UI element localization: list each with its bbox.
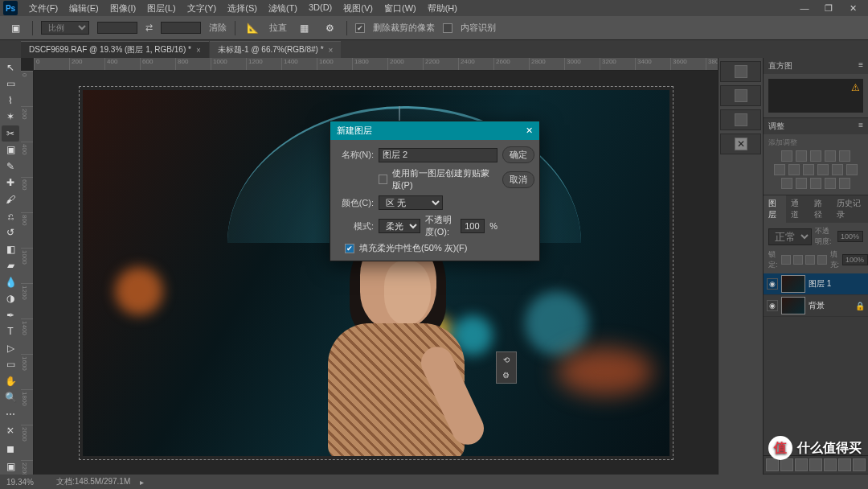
adj-invert-icon[interactable] [781,178,792,189]
lock-position-icon[interactable] [793,255,803,265]
crop-width-input[interactable] [97,22,137,34]
mode-select[interactable]: 柔光 [379,219,420,233]
clear-button[interactable]: 清除 [209,22,227,34]
adj-vibrance-icon[interactable] [839,150,850,162]
dodge-tool-icon[interactable]: ◑ [2,290,19,306]
brush-tool-icon[interactable]: 🖌 [2,191,19,208]
quick-select-tool-icon[interactable]: ✶ [2,109,19,125]
menu-item[interactable]: 帮助(H) [423,1,462,16]
hand-tool-icon[interactable]: ✋ [2,373,19,389]
crop-overlay-toolbar[interactable]: ⟲⚙ [496,351,517,384]
adj-exposure-icon[interactable] [825,150,836,162]
pen-tool-icon[interactable]: ✒ [2,307,19,323]
zoom-tool-icon[interactable]: 🔍 [2,390,19,406]
menu-item[interactable]: 窗口(W) [379,1,421,16]
menu-item[interactable]: 图层(L) [142,1,180,16]
tab-close-icon[interactable]: × [329,46,334,55]
adj-photo-filter-icon[interactable] [817,164,829,175]
blend-mode-select[interactable]: 正常 [768,228,812,245]
dialog-close-icon[interactable]: ✕ [526,125,533,136]
crop-height-input[interactable] [161,22,201,34]
clip-mask-checkbox[interactable] [379,175,387,184]
foreground-background-swatch[interactable]: ◼ [2,439,19,458]
dialog-titlebar[interactable]: 新建图层 ✕ [330,121,539,140]
lock-artboard-icon[interactable] [805,255,815,265]
crop-options-icon[interactable]: ⚙ [502,371,510,380]
path-tool-icon[interactable]: ▷ [2,340,19,356]
layer-row[interactable]: ◉ 背景 🔒 [764,295,868,317]
swap-colors-icon[interactable]: ⤪ [2,423,19,439]
swatches-panel-icon[interactable] [720,85,761,106]
menu-item[interactable]: 文字(Y) [182,1,222,16]
menu-item[interactable]: 滤镜(T) [264,1,302,16]
ratio-select[interactable]: 比例 [41,21,89,35]
adj-mixer-icon[interactable] [832,164,843,175]
fill-neutral-checkbox[interactable]: ✔ [345,244,354,253]
lasso-tool-icon[interactable]: ⌇ [2,92,19,109]
move-tool-icon[interactable]: ↖ [2,60,19,76]
panel-tab[interactable]: 通道 [786,195,809,223]
status-arrow-icon[interactable]: ▸ [140,478,144,487]
opacity-value[interactable]: 100% [837,231,863,242]
menu-item[interactable]: 图像(I) [105,1,141,16]
screen-mode-icon[interactable]: ▣ [2,459,19,475]
crop-tool-preset-icon[interactable]: ▣ [6,20,24,36]
delete-pixels-checkbox[interactable]: ✔ [355,23,365,33]
panel-tab[interactable]: 路径 [809,195,832,223]
menu-item[interactable]: 编辑(E) [64,1,104,16]
eyedropper-tool-icon[interactable]: ✎ [2,158,19,175]
document-tab[interactable]: 未标题-1 @ 66.7%(RGB/8#) *× [210,41,342,58]
cancel-button[interactable]: 取消 [502,171,534,188]
type-tool-icon[interactable]: T [2,324,19,340]
adj-lookup-icon[interactable] [846,164,858,175]
new-fill-icon[interactable] [809,458,822,471]
fill-value[interactable]: 100% [842,254,868,265]
shape-tool-icon[interactable]: ▭ [2,357,19,373]
adj-gradient-icon[interactable] [825,178,836,189]
close-button[interactable]: ✕ [841,2,865,15]
document-tab[interactable]: DSCF9699.RAF @ 19.3% (图层 1, RGB/16) *× [21,41,209,58]
panel-menu-icon[interactable]: ≡ [858,121,863,132]
menu-item[interactable]: 3D(D) [304,1,337,16]
panel-menu-icon[interactable]: ≡ [858,60,863,72]
panel-tab[interactable]: 图层 [764,195,786,223]
crop-reset-icon[interactable]: ⟲ [503,355,510,364]
frame-tool-icon[interactable]: ▣ [2,142,19,158]
content-aware-checkbox[interactable] [443,23,452,33]
crop-tool-icon[interactable]: ✂ [2,125,19,142]
lock-all-icon[interactable] [817,255,827,265]
swap-icon[interactable]: ⇄ [145,23,153,33]
lock-pixels-icon[interactable] [781,255,791,265]
adj-brightness-icon[interactable] [781,150,792,162]
adj-selective-icon[interactable] [839,178,850,189]
blur-tool-icon[interactable]: 💧 [2,274,19,290]
new-layer-icon[interactable] [838,458,851,471]
link-layers-icon[interactable] [766,458,779,471]
adj-hue-icon[interactable] [774,164,785,175]
opacity-input[interactable] [461,219,485,233]
healing-tool-icon[interactable]: ✚ [2,175,19,191]
ok-button[interactable]: 确定 [502,146,534,163]
adj-balance-icon[interactable] [788,164,800,175]
layer-name-input[interactable] [379,148,497,162]
layer-row[interactable]: ◉ 图层 1 [764,273,868,295]
overlay-icon[interactable]: ▦ [295,20,313,36]
more-tools-icon[interactable]: ⋯ [2,406,19,422]
maximize-button[interactable]: ❐ [817,2,841,15]
color-select[interactable]: 区 无 [379,195,443,210]
color-panel-icon[interactable] [720,61,761,82]
layer-fx-icon[interactable] [780,458,793,471]
settings-icon[interactable]: ⚙ [321,20,338,36]
adj-posterize-icon[interactable] [796,178,807,189]
layer-mask-icon[interactable] [795,458,808,471]
layer-thumbnail[interactable] [781,297,805,314]
delete-layer-icon[interactable] [853,458,866,471]
menu-item[interactable]: 选择(S) [223,1,262,16]
histogram-warning-icon[interactable]: ⚠ [851,82,860,93]
visibility-icon[interactable]: ◉ [767,300,778,311]
adj-curves-icon[interactable] [810,150,821,162]
gradient-tool-icon[interactable]: ▰ [2,257,19,273]
stamp-tool-icon[interactable]: ⎌ [2,208,19,224]
menu-item[interactable]: 视图(V) [338,1,378,16]
history-brush-tool-icon[interactable]: ↺ [2,224,19,240]
